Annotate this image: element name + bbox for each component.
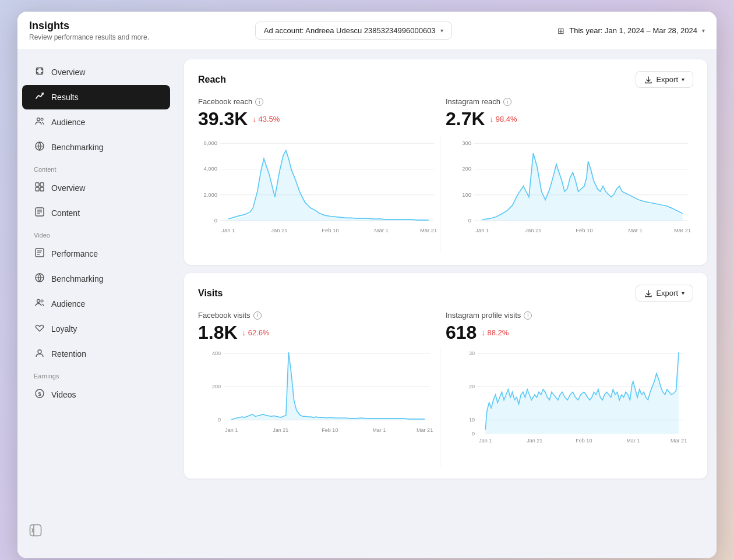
reach-charts-row: 6,000 4,000 2,000 0 Jan 1 Jan 21 Feb 10 …: [198, 134, 693, 253]
svg-text:20: 20: [468, 384, 474, 389]
visits-instagram-svg: 30 20 10 0 Jan 1 Jan 21 Feb 10 Mar 1 Mar…: [452, 348, 694, 465]
svg-rect-31: [30, 525, 41, 536]
visits-facebook-info-icon[interactable]: i: [253, 311, 262, 320]
svg-text:Mar 21: Mar 21: [417, 427, 433, 433]
audience-icon: [34, 116, 45, 129]
svg-text:100: 100: [462, 192, 471, 198]
reach-instagram-chart: 300 200 100 0 Jan 1 Jan 21 Feb 10 Mar 1 …: [440, 134, 694, 253]
reach-facebook-chart: 6,000 4,000 2,000 0 Jan 1 Jan 21 Feb 10 …: [198, 134, 440, 253]
retention-icon: [34, 348, 45, 360]
visits-instagram-info-icon[interactable]: i: [524, 311, 532, 320]
reach-export-button[interactable]: Export ▾: [636, 71, 693, 88]
sidebar-item-loyalty[interactable]: Loyalty: [22, 317, 170, 341]
svg-rect-14: [36, 187, 39, 191]
top-bar: Insights Review performance results and …: [17, 12, 717, 50]
app-subtitle: Review performance results and more.: [29, 33, 149, 41]
svg-text:Mar 21: Mar 21: [420, 227, 437, 233]
sidebar-item-content[interactable]: Content: [22, 201, 170, 225]
svg-text:Feb 10: Feb 10: [322, 227, 338, 233]
svg-text:Jan 1: Jan 1: [475, 227, 489, 233]
date-range-chevron: ▾: [702, 27, 705, 34]
sidebar-item-video-audience[interactable]: Audience: [22, 292, 170, 316]
svg-text:0: 0: [214, 217, 217, 224]
svg-text:10: 10: [468, 417, 474, 423]
reach-card: Reach Export ▾ Facebook reach: [184, 59, 707, 265]
sidebar-item-content-overview[interactable]: Overview: [22, 176, 170, 200]
visits-card: Visits Export ▾ Facebook visits: [184, 273, 707, 479]
sidebar-collapse-icon: [29, 527, 42, 539]
svg-text:4,000: 4,000: [203, 165, 217, 172]
sidebar-results-label: Results: [51, 93, 79, 102]
svg-text:200: 200: [212, 384, 221, 389]
sidebar-item-overview[interactable]: Overview: [22, 60, 170, 84]
svg-text:0: 0: [472, 431, 475, 437]
sidebar-video-performance-label: Performance: [51, 249, 98, 258]
video-benchmarking-icon: [34, 272, 45, 285]
sidebar-videos-label: Videos: [51, 390, 76, 399]
svg-text:Mar 1: Mar 1: [375, 227, 389, 233]
visits-export-icon: [644, 289, 652, 297]
video-performance-icon: [34, 247, 45, 260]
reach-instagram-info-icon[interactable]: i: [503, 98, 511, 106]
svg-point-8: [37, 118, 40, 121]
visits-instagram-change: ↓ 88.2%: [481, 328, 509, 337]
visits-export-chevron: ▾: [682, 290, 684, 296]
sidebar-audience-label: Audience: [51, 118, 85, 127]
ad-account-label: Ad account: Andreea Udescu 2385323499600…: [264, 26, 436, 35]
reach-card-header: Reach Export ▾: [198, 71, 693, 88]
svg-text:400: 400: [212, 350, 221, 356]
sidebar-bottom[interactable]: [17, 407, 175, 549]
reach-metrics-row: Facebook reach i 39.3K ↓ 43.5% Instagram…: [198, 97, 693, 130]
visits-export-label: Export: [656, 289, 678, 297]
svg-text:Feb 10: Feb 10: [576, 227, 592, 233]
svg-text:2,000: 2,000: [203, 192, 217, 198]
sidebar-video-audience-label: Audience: [51, 299, 85, 309]
svg-point-28: [38, 350, 41, 353]
svg-text:0: 0: [468, 217, 471, 224]
main-body: Overview Results: [17, 50, 717, 558]
date-range-label: This year: Jan 1, 2024 – Mar 28, 2024: [569, 26, 697, 35]
sidebar-item-audience[interactable]: Audience: [22, 110, 170, 134]
reach-facebook-info-icon[interactable]: i: [255, 98, 263, 106]
sidebar-item-video-benchmarking[interactable]: Benchmarking: [22, 267, 170, 291]
sidebar-overview-label: Overview: [51, 68, 85, 77]
svg-text:0: 0: [218, 417, 221, 423]
sidebar-item-benchmarking[interactable]: Benchmarking: [22, 135, 170, 160]
svg-text:200: 200: [462, 165, 471, 172]
visits-instagram-value: 618 ↓ 88.2%: [446, 322, 682, 343]
reach-instagram-svg: 300 200 100 0 Jan 1 Jan 21 Feb 10 Mar 1 …: [452, 134, 694, 251]
svg-text:Jan 21: Jan 21: [527, 438, 542, 444]
sidebar-item-retention[interactable]: Retention: [22, 342, 170, 366]
visits-facebook-svg: 400 200 0 Jan 1 Jan 21 Feb 10 Mar 1 Mar …: [198, 348, 440, 465]
reach-facebook-metric: Facebook reach i 39.3K ↓ 43.5%: [198, 97, 446, 130]
videos-icon: $: [34, 388, 45, 401]
visits-metrics-row: Facebook visits i 1.8K ↓ 62.6% Instagram…: [198, 311, 693, 343]
sidebar-item-videos[interactable]: $ Videos: [22, 382, 170, 407]
results-icon: [34, 91, 45, 104]
sidebar-item-video-performance[interactable]: Performance: [22, 242, 170, 266]
svg-text:Mar 1: Mar 1: [372, 427, 386, 433]
svg-text:Mar 1: Mar 1: [628, 227, 642, 233]
svg-text:Jan 1: Jan 1: [221, 227, 235, 233]
svg-text:6,000: 6,000: [203, 140, 217, 146]
reach-export-chevron: ▾: [682, 76, 684, 83]
svg-text:Feb 10: Feb 10: [322, 427, 338, 433]
svg-text:30: 30: [468, 350, 474, 356]
visits-instagram-chart: 30 20 10 0 Jan 1 Jan 21 Feb 10 Mar 1 Mar…: [440, 348, 694, 467]
svg-point-9: [41, 118, 43, 120]
ad-account-selector[interactable]: Ad account: Andreea Udescu 2385323499600…: [255, 22, 452, 40]
svg-text:Jan 21: Jan 21: [273, 427, 288, 433]
sidebar-benchmarking-label: Benchmarking: [51, 143, 104, 152]
visits-facebook-change: ↓ 62.6%: [242, 328, 270, 337]
reach-facebook-label: Facebook reach i: [198, 97, 434, 106]
date-range-selector[interactable]: ⊞ This year: Jan 1, 2024 – Mar 28, 2024 …: [557, 26, 705, 36]
sidebar-item-results[interactable]: Results: [22, 85, 170, 109]
svg-text:Jan 1: Jan 1: [225, 427, 238, 433]
svg-text:$: $: [38, 391, 41, 397]
loyalty-icon: [34, 322, 45, 335]
visits-export-button[interactable]: Export ▾: [636, 285, 693, 302]
sidebar: Overview Results: [17, 50, 175, 558]
overview-icon: [34, 66, 45, 79]
svg-text:Jan 21: Jan 21: [271, 227, 287, 233]
svg-text:Mar 21: Mar 21: [674, 227, 691, 233]
